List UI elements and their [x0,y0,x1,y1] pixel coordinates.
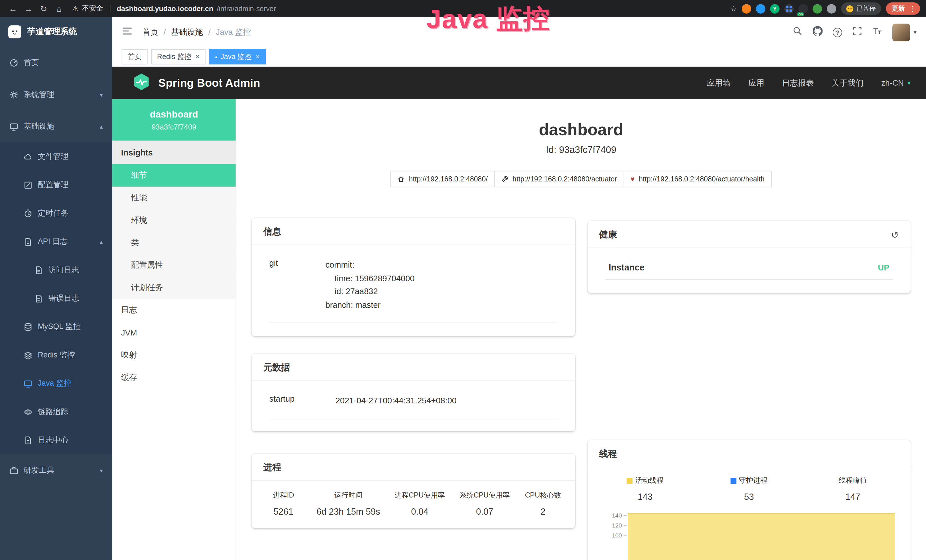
chrome-update-button[interactable]: 更新 ⋮ [886,2,920,15]
sidebar-item-system[interactable]: 系统管理 ▾ [0,79,112,110]
breadcrumb-home[interactable]: 首页 [142,27,158,37]
sba-nav-wallboard[interactable]: 应用墙 [707,77,731,88]
browser-home-icon[interactable]: ⌂ [52,2,66,16]
chevron-up-icon: ▴ [100,239,103,245]
admin-header: 首页 / 基础设施 / Java 监控 ? ▾ [112,17,926,47]
sba-item-logs[interactable]: 日志 [112,299,236,321]
close-icon[interactable]: × [195,53,200,61]
sidebar-item-log-center[interactable]: 日志中心 [0,426,112,454]
sidebar-item-mysql-monitor[interactable]: MySQL 监控 [0,312,112,341]
chevron-down-icon: ▾ [100,467,103,474]
search-icon[interactable] [793,26,802,38]
app-title: 芋道管理系统 [27,27,77,37]
sidebar-item-scheduled-jobs[interactable]: 定时任务 [0,199,112,227]
sba-item-details[interactable]: 细节 [112,164,236,187]
monitor-icon [9,122,18,131]
bookmark-star-icon[interactable]: ☆ [730,4,737,13]
user-menu[interactable]: ▾ [892,23,917,41]
browser-menu-icon[interactable]: ⋮ [909,5,918,13]
health-row-instance: Instance UP [605,251,893,280]
sidebar-item-tracing[interactable]: 链路追踪 [0,398,112,426]
sidebar-item-api-logs[interactable]: API 日志 ▴ [0,227,112,256]
sba-language-select[interactable]: zh-CN ▾ [881,79,911,87]
tab-redis-monitor[interactable]: Redis 监控 × [151,49,206,65]
tab-home[interactable]: 首页 [122,49,148,65]
breadcrumb-infrastructure[interactable]: 基础设施 [171,27,203,37]
threads-card: 线程 活动线程 143 守护进程 53 [587,440,911,560]
sidebar-item-redis-monitor[interactable]: Redis 监控 [0,341,112,369]
sidebar-item-error-logs[interactable]: 错误日志 [0,284,112,312]
sba-nav: 应用墙 应用 日志报表 关于我们 zh-CN ▾ [707,77,911,88]
sba-item-mappings[interactable]: 映射 [112,344,236,366]
fullscreen-icon[interactable] [852,26,862,38]
hamburger-icon[interactable] [122,26,133,39]
threads-card-title: 线程 [587,440,911,467]
profile-paused-badge[interactable]: 已暂停 [841,2,881,15]
forward-icon[interactable]: → [21,2,36,16]
extension-icon[interactable]: on [799,4,808,13]
sba-instance-header: dashboard 93a3fc7f7409 [112,99,236,141]
chevron-down-icon: ▾ [908,79,911,87]
gauge-icon [9,58,18,67]
extension-icon[interactable] [784,4,794,13]
sidebar-item-home[interactable]: 首页 [0,47,112,79]
document-icon [24,436,33,445]
health-link[interactable]: ♥ http://192.168.0.2:48080/actuator/heal… [623,171,772,187]
sba-nav-journal[interactable]: 日志报表 [782,77,814,88]
sba-item-classes[interactable]: 类 [112,232,236,254]
extension-icon[interactable] [813,4,822,13]
page-subtitle: Id: 93a3fc7f7409 [236,145,926,155]
profile-avatar-icon [846,5,853,12]
history-icon[interactable]: ↺ [891,229,899,240]
sidebar-item-java-monitor[interactable]: Java 监控 [0,369,112,397]
sba-nav-about[interactable]: 关于我们 [832,77,864,88]
instance-links: http://192.168.0.2:48080/ http://192.168… [236,171,926,187]
chevron-up-icon: ▴ [100,123,103,130]
github-icon[interactable] [813,26,823,38]
sba-item-caches[interactable]: 缓存 [112,366,236,389]
sba-item-jvm[interactable]: JVM [112,321,236,344]
y-tick-120: 120 [612,522,622,529]
sba-content: dashboard Id: 93a3fc7f7409 http://192.16… [236,99,926,560]
yellow-swatch-icon [627,478,633,484]
metadata-card: 元数据 startup 2021-04-27T00:44:31.254+08:0… [251,354,575,431]
tab-bar: 首页 Redis 监控 × ● Java 监控 × [112,47,926,67]
stat-system-cpu: 系统CPU使用率 0.07 [452,491,517,517]
document-icon [24,237,33,246]
font-size-icon[interactable] [872,26,882,38]
page-title: dashboard [236,120,926,139]
y-tick-100: 100 [612,532,622,539]
reload-icon[interactable]: ↻ [36,2,51,16]
sba-item-performance[interactable]: 性能 [112,186,236,209]
sba-item-config-props[interactable]: 配置属性 [112,254,236,277]
extensions-puzzle-icon[interactable] [827,4,836,13]
legend-daemon-threads: 守护进程 53 [697,475,801,501]
help-icon[interactable]: ? [833,27,842,37]
app-menu: 首页 系统管理 ▾ 基础设施 ▴ 文件管理 [0,47,112,560]
address-bar[interactable]: ⚠ 不安全 dashboard.yudao.iocoder.cn/infra/a… [72,3,729,14]
back-icon[interactable]: ← [6,2,20,16]
stat-uptime: 运行时间 6d 23h 15m 59s [309,491,387,517]
sba-item-environment[interactable]: 环境 [112,209,236,232]
extension-icon[interactable] [756,4,766,13]
sba-nav-applications[interactable]: 应用 [748,77,764,88]
sidebar-item-dev-tools[interactable]: 研发工具 ▾ [0,454,112,486]
sidebar-item-access-logs[interactable]: 访问日志 [0,256,112,284]
instance-home-link[interactable]: http://192.168.0.2:48080/ [391,171,495,187]
tab-java-monitor[interactable]: ● Java 监控 × [209,49,266,65]
sidebar-item-config-management[interactable]: 配置管理 [0,171,112,199]
sidebar-item-file-management[interactable]: 文件管理 [0,142,112,171]
instance-name: dashboard [150,109,198,120]
wrench-icon [501,176,508,183]
extension-icon[interactable] [742,4,751,13]
actuator-link[interactable]: http://192.168.0.2:48080/actuator [494,171,624,187]
close-icon[interactable]: × [256,53,260,61]
header-actions: ? ▾ [793,23,917,41]
sba-item-scheduled-tasks[interactable]: 计划任务 [112,277,236,299]
active-dot-icon: ● [215,55,218,59]
extension-icon[interactable]: Y [770,4,779,13]
health-card: 健康 ↺ Instance UP [587,221,911,293]
app-logo-row[interactable]: 芋道管理系统 [0,17,112,47]
sidebar-item-infrastructure[interactable]: 基础设施 ▴ [0,110,112,142]
metadata-row-startup: startup 2021-04-27T00:44:31.254+08:00 [269,384,557,418]
